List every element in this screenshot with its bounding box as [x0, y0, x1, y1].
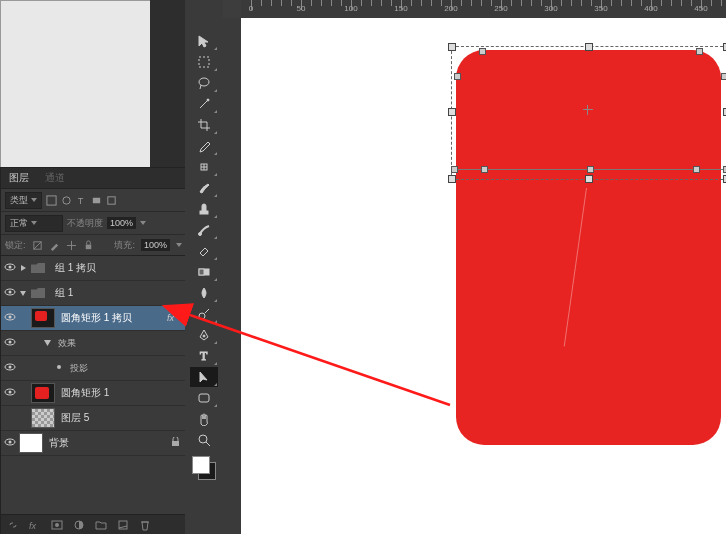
anchor-point[interactable] — [451, 166, 458, 173]
type-tool[interactable]: T — [190, 346, 218, 366]
ruler-tick-label: 300 — [544, 4, 557, 13]
canvas[interactable] — [241, 18, 726, 534]
ruler-tick-label: 50 — [297, 4, 306, 13]
fx-bullet-icon[interactable] — [55, 363, 64, 374]
lasso-tool[interactable] — [190, 73, 218, 93]
lock-move-icon[interactable] — [66, 240, 77, 251]
hand-tool[interactable] — [190, 409, 218, 429]
filter-kind-select[interactable]: 类型 — [5, 192, 42, 209]
dodge-tool[interactable] — [190, 304, 218, 324]
svg-rect-3 — [93, 197, 100, 203]
pen-tool[interactable] — [190, 325, 218, 345]
layer-row[interactable]: 投影 — [1, 356, 186, 381]
handle-w[interactable] — [448, 108, 456, 116]
transform-center-icon[interactable] — [583, 105, 593, 115]
filter-pixel-icon[interactable] — [46, 195, 57, 206]
new-layer-icon[interactable] — [117, 519, 129, 531]
heal-tool[interactable] — [190, 157, 218, 177]
ruler-tick-label: 200 — [444, 4, 457, 13]
layer-row[interactable]: 效果 — [1, 331, 186, 356]
trash-icon[interactable] — [139, 519, 151, 531]
handle-n[interactable] — [585, 43, 593, 51]
blend-mode-select[interactable]: 正常 — [5, 215, 63, 232]
visibility-eye-icon[interactable] — [1, 361, 19, 375]
handle-s[interactable] — [585, 175, 593, 183]
anchor-point[interactable] — [721, 73, 726, 80]
eraser-tool[interactable] — [190, 241, 218, 261]
svg-text:T: T — [200, 349, 208, 363]
visibility-eye-icon[interactable] — [1, 436, 19, 450]
gradient-tool[interactable] — [190, 262, 218, 282]
tab-channels[interactable]: 通道 — [37, 168, 73, 188]
svg-rect-4 — [108, 196, 115, 203]
anchor-point[interactable] — [587, 166, 594, 173]
blur-tool[interactable] — [190, 283, 218, 303]
anchor-point[interactable] — [481, 166, 488, 173]
layer-panel-footer: fx — [1, 514, 186, 534]
fx-collapse-icon[interactable] — [43, 338, 52, 349]
zoom-tool[interactable] — [190, 430, 218, 450]
anchor-point[interactable] — [696, 48, 703, 55]
visibility-eye-icon[interactable] — [1, 386, 19, 400]
layer-row[interactable]: 组 1 拷贝 — [1, 256, 186, 281]
shape-tool[interactable] — [190, 388, 218, 408]
lock-all-icon[interactable] — [83, 240, 94, 251]
layer-row[interactable]: 圆角矩形 1 拷贝fx — [1, 306, 186, 331]
move-tool[interactable] — [190, 31, 218, 51]
ruler-tick-label: 450 — [694, 4, 707, 13]
lock-brush-icon[interactable] — [49, 240, 60, 251]
filter-adjust-icon[interactable] — [61, 195, 72, 206]
filter-type-icon[interactable]: T — [76, 195, 87, 206]
layer-row[interactable]: 背景 — [1, 431, 186, 456]
ruler-tick-label: 350 — [594, 4, 607, 13]
handle-nw[interactable] — [448, 43, 456, 51]
svg-point-31 — [207, 99, 209, 101]
chevron-right-icon[interactable] — [19, 263, 27, 274]
opacity-value[interactable]: 100% — [107, 217, 136, 229]
visibility-eye-icon[interactable] — [1, 261, 19, 275]
anchor-point[interactable] — [693, 166, 700, 173]
visibility-eye-icon[interactable] — [1, 336, 19, 350]
fx-icon[interactable]: fx — [29, 519, 41, 531]
filter-smart-icon[interactable] — [106, 195, 117, 206]
chevron-down-icon[interactable] — [19, 288, 27, 299]
fill-value[interactable]: 100% — [141, 239, 170, 251]
history-brush-tool[interactable] — [190, 220, 218, 240]
link-layers-icon[interactable] — [7, 519, 19, 531]
svg-rect-0 — [47, 195, 56, 204]
stamp-tool[interactable] — [190, 199, 218, 219]
layer-name: 圆角矩形 1 — [61, 386, 186, 400]
layer-row[interactable]: 组 1 — [1, 281, 186, 306]
layer-filter-row: 类型 T — [1, 189, 186, 212]
eyedropper-tool[interactable] — [190, 136, 218, 156]
color-swatches[interactable] — [192, 456, 216, 480]
anchor-point[interactable] — [479, 48, 486, 55]
brush-tool[interactable] — [190, 178, 218, 198]
layer-row[interactable]: 圆角矩形 1 — [1, 381, 186, 406]
lock-icon — [171, 437, 180, 449]
crop-tool[interactable] — [190, 115, 218, 135]
fx-badge-icon[interactable]: fx — [167, 313, 174, 323]
wand-tool[interactable] — [190, 94, 218, 114]
svg-line-6 — [33, 241, 40, 248]
lock-trans-icon[interactable] — [32, 240, 43, 251]
handle-sw[interactable] — [448, 175, 456, 183]
svg-point-1 — [63, 196, 70, 203]
layer-thumbnail — [31, 308, 55, 328]
filter-shape-icon[interactable] — [91, 195, 102, 206]
adjustment-icon[interactable] — [73, 519, 85, 531]
folder-icon — [27, 284, 49, 302]
visibility-eye-icon[interactable] — [1, 311, 19, 325]
layer-name: 图层 5 — [61, 411, 186, 425]
tab-layers[interactable]: 图层 — [1, 168, 37, 188]
mask-icon[interactable] — [51, 519, 63, 531]
group-icon[interactable] — [95, 519, 107, 531]
marquee-tool[interactable] — [190, 52, 218, 72]
ruler-tick-label: 100 — [344, 4, 357, 13]
svg-point-11 — [9, 291, 12, 294]
layer-thumbnail — [31, 383, 55, 403]
path-select-tool[interactable] — [190, 367, 218, 387]
visibility-eye-icon[interactable] — [1, 286, 19, 300]
anchor-point[interactable] — [454, 73, 461, 80]
layer-row[interactable]: 图层 5 — [1, 406, 186, 431]
